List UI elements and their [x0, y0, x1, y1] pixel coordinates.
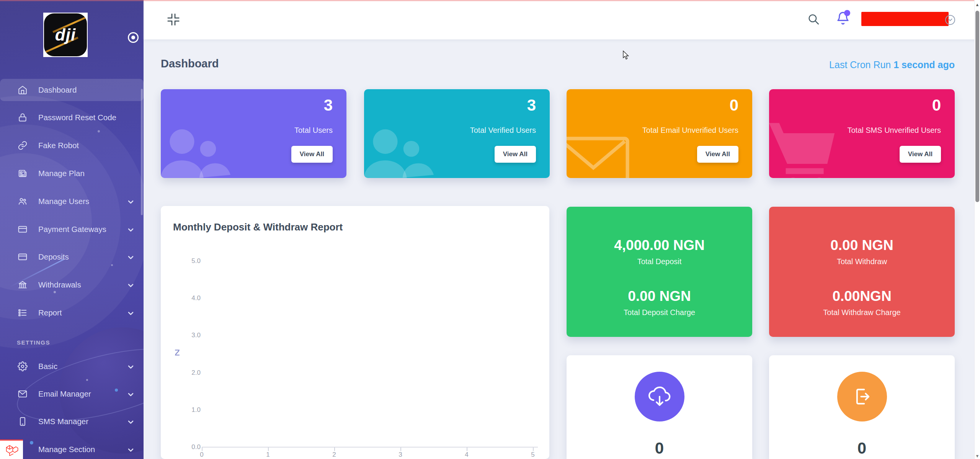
stat-card-total-users: 3 Total Users View All: [161, 89, 346, 178]
notification-badge: [844, 10, 850, 16]
users-icon: [17, 196, 28, 207]
user-profile-redacted[interactable]: [861, 12, 949, 26]
last-cron-run: Last Cron Run 1 second ago: [829, 59, 955, 70]
cloud-download-icon: [635, 372, 684, 421]
deposit-count-card: 0: [567, 355, 752, 459]
brand-logo[interactable]: dji: [43, 13, 88, 57]
sidebar-item-label: Payment Gateways: [38, 225, 106, 234]
x-axis-tick: 5: [527, 451, 539, 459]
logout-icon: [837, 372, 887, 421]
x-axis-tickmark: [467, 448, 467, 451]
view-all-button[interactable]: View All: [291, 146, 333, 163]
monthly-report-chart-card: Monthly Deposit & Withdraw Report 5.0 4.…: [161, 206, 549, 459]
chevron-down-icon: [128, 308, 134, 317]
total-deposit-label: Total Deposit: [567, 257, 752, 266]
scrollbar-up-arrow[interactable]: ▲: [975, 2, 980, 7]
stat-value: 3: [324, 96, 333, 114]
y-axis-tick: 2.0: [183, 369, 201, 377]
laravel-debugbar-toggle[interactable]: [0, 439, 23, 459]
count-value: 0: [655, 439, 664, 457]
dji-logo-tile: dji: [44, 13, 87, 56]
view-all-button[interactable]: View All: [495, 146, 536, 163]
stat-label: Total Users: [294, 126, 333, 135]
decor-dot: [98, 130, 100, 132]
total-deposit-card: 4,000.00 NGN Total Deposit 0.00 NGN Tota…: [567, 207, 752, 337]
chevron-down-icon: [128, 225, 134, 234]
cron-value: 1 second ago: [893, 59, 955, 70]
cart-icon: [769, 117, 846, 178]
sidebar-item-payment-gateways[interactable]: Payment Gateways: [0, 218, 144, 240]
x-axis-tick: 0: [196, 451, 207, 459]
sidebar-item-label: Manage Users: [38, 197, 89, 206]
chevron-down-icon: [128, 417, 134, 426]
chevron-down-icon[interactable]: [945, 15, 955, 25]
total-deposit-value: 4,000.00 NGN: [567, 237, 752, 253]
credit-card-icon: [17, 251, 28, 263]
sidebar-item-dashboard[interactable]: Dashboard: [0, 79, 144, 101]
envelope-icon: [567, 131, 632, 178]
sidebar-item-withdrawals[interactable]: Withdrawals: [0, 274, 144, 296]
logo-text: dji: [55, 25, 76, 44]
lock-icon: [17, 112, 28, 123]
x-axis-tickmark: [334, 448, 335, 451]
sidebar-item-label: SMS Manager: [38, 417, 88, 426]
scrollbar-thumb[interactable]: [975, 11, 979, 202]
sidebar: dji Dashboard Password Reset Code Fake R…: [0, 0, 144, 459]
sidebar-item-sms-manager[interactable]: SMS Manager: [0, 410, 144, 433]
sidebar-item-label: Dashboard: [38, 85, 77, 95]
view-all-button[interactable]: View All: [697, 146, 738, 163]
sidebar-item-manage-users[interactable]: Manage Users: [0, 190, 144, 212]
laravel-logo-icon: [4, 443, 19, 458]
sidebar-scrollbar[interactable]: [141, 89, 143, 215]
total-deposit-charge-value: 0.00 NGN: [567, 288, 752, 304]
admin-dashboard: dji Dashboard Password Reset Code Fake R…: [0, 0, 980, 459]
sidebar-item-report[interactable]: Report: [0, 302, 144, 324]
compress-icon[interactable]: [167, 13, 180, 28]
link-icon: [17, 140, 28, 151]
x-axis-tickmark: [202, 448, 203, 451]
page-scrollbar[interactable]: ▲ ▼: [974, 0, 980, 459]
x-axis-line: [202, 447, 538, 448]
view-all-button[interactable]: View All: [900, 146, 941, 163]
sidebar-toggle-radio[interactable]: [128, 32, 139, 43]
total-withdraw-charge-value: 0.00NGN: [769, 288, 955, 304]
withdraw-count-card: 0: [769, 355, 955, 459]
credit-card-icon: [17, 224, 28, 235]
mouse-cursor: [622, 51, 632, 62]
scrollbar-down-arrow[interactable]: ▼: [975, 454, 980, 458]
sidebar-item-basic[interactable]: Basic: [0, 355, 144, 377]
sidebar-item-label: Basic: [38, 362, 57, 371]
users-icon: [364, 121, 445, 178]
total-withdraw-charge-label: Total Withdraw Charge: [769, 308, 955, 317]
sidebar-item-label: Email Manager: [38, 389, 91, 399]
page-title: Dashboard: [161, 57, 219, 70]
gear-icon: [17, 361, 28, 372]
sidebar-item-manage-plan[interactable]: Manage Plan: [0, 162, 144, 185]
report-list-icon: [17, 307, 28, 319]
smartphone-icon: [17, 416, 28, 427]
total-deposit-charge-label: Total Deposit Charge: [567, 308, 752, 317]
stat-card-total-sms-unverified-users: 0 Total SMS Unverified Users View All: [769, 89, 955, 178]
stat-value: 0: [932, 96, 941, 114]
sidebar-item-email-manager[interactable]: Email Manager: [0, 383, 144, 405]
chevron-down-icon: [128, 362, 134, 371]
x-axis-tick: 1: [262, 451, 274, 459]
bell-icon[interactable]: [836, 11, 850, 28]
sidebar-item-fake-robot[interactable]: Fake Robot: [0, 134, 144, 157]
newspaper-icon: [17, 168, 28, 179]
stat-label: Total Email Unverified Users: [642, 126, 738, 135]
x-axis-tickmark: [400, 448, 401, 451]
count-value: 0: [858, 439, 866, 457]
sidebar-item-label: Fake Robot: [38, 141, 79, 150]
total-withdraw-label: Total Withdraw: [769, 257, 955, 266]
x-axis-tickmark: [533, 448, 534, 451]
total-withdraw-value: 0.00 NGN: [769, 237, 955, 253]
stat-label: Total SMS Unverified Users: [847, 126, 941, 135]
search-icon[interactable]: [807, 13, 820, 27]
users-icon: [161, 121, 242, 178]
sidebar-item-password-reset-code[interactable]: Password Reset Code: [0, 106, 144, 129]
envelope-icon: [17, 388, 28, 400]
stat-value: 0: [730, 96, 738, 114]
sidebar-item-deposits[interactable]: Deposits: [0, 246, 144, 268]
sidebar-item-label: Report: [38, 308, 62, 317]
